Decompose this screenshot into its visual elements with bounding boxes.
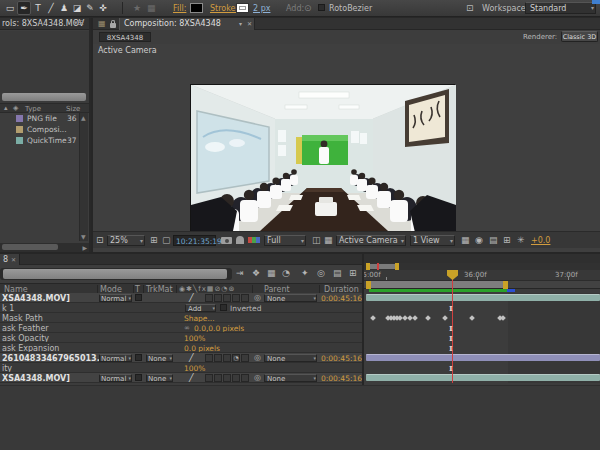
grid-guides-icon[interactable]: ⊞ [150, 235, 158, 245]
window-accent [592, 0, 600, 4]
line-tool[interactable]: ╱ [45, 1, 57, 15]
close-icon[interactable]: ✕ [11, 256, 16, 263]
comp-tab[interactable]: Composition: 8XSA4348 ▾ ✕ [119, 18, 255, 30]
after-effects-window: { "toolbar": { "tools": [ {"name":"selec… [0, 0, 600, 450]
resolution-dropdown[interactable]: Full▾ [264, 235, 306, 246]
header-duration[interactable]: Duration [324, 284, 359, 295]
hscroll-thumb[interactable] [2, 244, 58, 250]
timeline-column-headers: Name Mode T TrkMat ◉✱╲fx▦⊘◔⊛ Parent Dura… [0, 283, 363, 295]
rotobezier-checkbox[interactable] [318, 4, 325, 11]
chevron-down-icon[interactable]: ▾ [239, 20, 242, 27]
header-name[interactable]: Name [4, 284, 28, 295]
channels-rgb-icon[interactable] [248, 237, 260, 243]
project-divider-bar[interactable] [2, 93, 86, 101]
add-icon[interactable]: ⊙ [304, 3, 312, 13]
pen-tool[interactable]: ✒ [17, 1, 31, 15]
view-layout-value: 1 View [413, 236, 440, 245]
tag-icon[interactable]: ◈ [13, 104, 18, 112]
comp-breadcrumb-label: 8XSA4348 [107, 34, 143, 42]
project-vscrollbar[interactable]: ▲ ▼ [79, 113, 88, 241]
exposure-value[interactable]: +0.0 [531, 236, 550, 245]
project-panel: rols: 8XSA4348.MOV ▾☰ ▴ ◈ Type Size PNG … [0, 18, 89, 252]
stroke-swatch[interactable] [236, 3, 249, 13]
workspace-label: Workspace: [482, 4, 528, 13]
in-out-options-icon[interactable]: ⇥ [236, 268, 244, 278]
auto-keyframe-icon[interactable]: ◎ [317, 268, 325, 278]
fill-swatch[interactable] [190, 3, 203, 13]
header-parent[interactable]: Parent [264, 284, 290, 295]
eraser-tool[interactable]: ◪ [71, 1, 83, 15]
exposure-reset-icon[interactable]: ✳ [517, 235, 525, 245]
region-icon[interactable]: ▤ [489, 235, 498, 245]
comp-viewer[interactable]: Active Camera [93, 44, 600, 231]
stroke-label[interactable]: Stroke: [210, 4, 238, 13]
top-toolbar: ▭✒T╱♟◪✎✜ ★ ▦ Fill: Stroke: 2 px Add: ⊙ R… [0, 0, 600, 17]
lock-icon[interactable] [110, 23, 116, 28]
renderer-label: Renderer: [523, 33, 557, 41]
type-tool[interactable]: T [32, 1, 44, 15]
list-item[interactable]: QuickTime37 [0, 135, 78, 146]
add-label: Add: [286, 4, 304, 13]
frame-blend-icon[interactable]: ▦ [267, 268, 276, 278]
project-hscrollbar[interactable]: ▶ [0, 243, 89, 252]
timeline-tab[interactable]: 8 ✕ [0, 254, 20, 265]
viewer-image [190, 84, 455, 231]
motion-blur-icon[interactable]: ◔ [282, 268, 290, 278]
chevron-down-icon: ▾ [140, 237, 143, 244]
brush-tool[interactable]: ✎ [84, 1, 96, 15]
target-region-icon[interactable]: ◫ [312, 235, 321, 245]
fast-preview-icon[interactable]: ▦ [461, 235, 470, 245]
shy-layers-icon[interactable]: ❖ [252, 268, 260, 278]
renderer-button[interactable]: Classic 3D [561, 31, 598, 42]
header-mode[interactable]: Mode [100, 284, 122, 295]
blue-dot [256, 237, 260, 243]
header-t[interactable]: T [135, 284, 140, 295]
sort-icon[interactable]: ▴ [4, 104, 8, 112]
list-item[interactable]: Composi... [0, 124, 78, 135]
item-size: 37 [67, 136, 77, 145]
chevron-down-icon: ▾ [401, 237, 404, 244]
magnification-dropdown[interactable]: 25%▾ [107, 235, 145, 246]
chevron-down-icon: ▾ [301, 237, 304, 244]
graph-editor-icon[interactable]: ▤ [333, 268, 342, 278]
star-icon[interactable]: ★ [133, 3, 141, 13]
comp-flowchart-icon[interactable]: ⊞ [349, 268, 357, 278]
timecode-box[interactable]: 10:21:35:19 [173, 235, 216, 246]
view-layout-dropdown[interactable]: 1 View▾ [410, 235, 455, 246]
workspace-dropdown[interactable]: Standard ▾ [525, 2, 596, 14]
scroll-right-icon[interactable]: ▶ [82, 244, 87, 251]
transparency-grid-icon[interactable]: ▦ [324, 235, 333, 245]
camera-lens-dot [225, 239, 229, 243]
item-type: PNG file [27, 114, 57, 123]
mask-visibility-icon[interactable]: ▦ [147, 3, 156, 13]
fill-label[interactable]: Fill: [173, 4, 186, 13]
project-item-list: PNG file36Composi...QuickTime37 [0, 113, 78, 149]
roi-icon[interactable]: ▢ [162, 235, 171, 245]
project-tab-bar: rols: 8XSA4348.MOV ▾☰ [0, 18, 89, 30]
camera-view-dropdown[interactable]: Active Camera▾ [336, 235, 406, 246]
draft3d-icon[interactable]: ◉ [475, 235, 483, 245]
header-trkmat[interactable]: TrkMat [146, 284, 173, 295]
selection-tool[interactable]: ▭ [4, 1, 16, 15]
brainstorm-icon[interactable]: ✦ [301, 268, 309, 278]
workspace-value: Standard [530, 4, 566, 13]
comp-breadcrumb-button[interactable]: 8XSA4348 [99, 32, 151, 42]
column-type[interactable]: Type [25, 105, 41, 113]
scroll-down-icon[interactable]: ▼ [81, 233, 86, 240]
close-icon[interactable]: ✕ [247, 20, 252, 27]
puppet-pin-tool[interactable]: ✜ [97, 1, 109, 15]
list-item[interactable]: PNG file36 [0, 113, 78, 124]
always-preview-icon[interactable]: ⊡ [96, 235, 104, 245]
timeline-hscroll-track[interactable] [0, 268, 232, 280]
clone-stamp-tool[interactable]: ♟ [58, 1, 70, 15]
timeline-hscroll-thumb[interactable] [3, 269, 227, 279]
composition-panel: ▦ Composition: 8XSA4348 ▾ ✕ 8XSA4348 Ren… [91, 18, 600, 252]
column-size[interactable]: Size [66, 105, 80, 113]
show-snapshot-icon[interactable] [236, 236, 244, 244]
chevron-down-icon: ▾ [450, 237, 453, 244]
stroke-width-value[interactable]: 2 px [253, 4, 270, 13]
mini-flowchart-icon[interactable]: ⊞ [503, 235, 511, 245]
scroll-up-icon[interactable]: ▲ [81, 114, 86, 121]
panel-menu-icon[interactable]: ▾☰ [74, 19, 84, 27]
project-tab[interactable]: rols: 8XSA4348.MOV [2, 19, 84, 28]
